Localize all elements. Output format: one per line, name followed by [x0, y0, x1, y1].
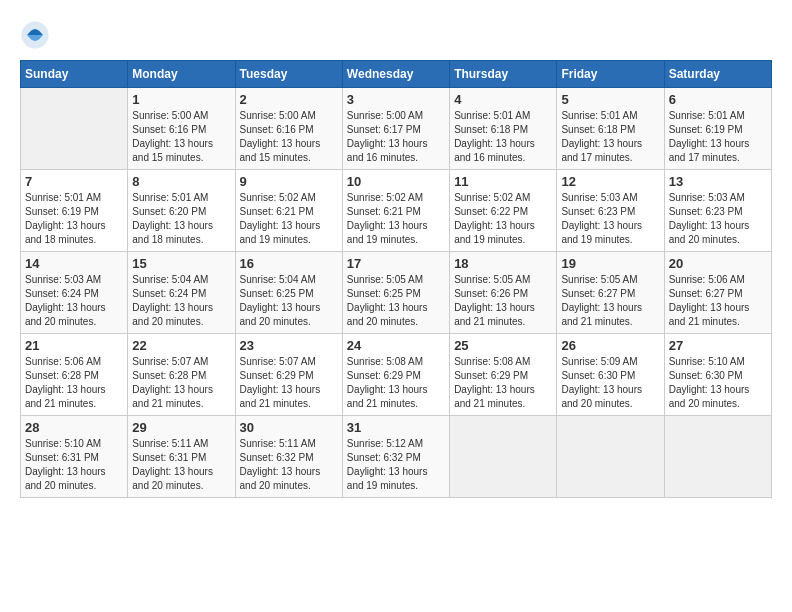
day-info: Sunrise: 5:08 AMSunset: 6:29 PMDaylight:…: [347, 355, 445, 411]
day-number: 5: [561, 92, 659, 107]
day-number: 26: [561, 338, 659, 353]
calendar-cell: 22Sunrise: 5:07 AMSunset: 6:28 PMDayligh…: [128, 334, 235, 416]
day-of-week-header: Friday: [557, 61, 664, 88]
day-info: Sunrise: 5:11 AMSunset: 6:31 PMDaylight:…: [132, 437, 230, 493]
calendar-cell: 11Sunrise: 5:02 AMSunset: 6:22 PMDayligh…: [450, 170, 557, 252]
day-number: 30: [240, 420, 338, 435]
calendar-cell: [664, 416, 771, 498]
day-info: Sunrise: 5:07 AMSunset: 6:28 PMDaylight:…: [132, 355, 230, 411]
day-number: 24: [347, 338, 445, 353]
calendar-cell: 15Sunrise: 5:04 AMSunset: 6:24 PMDayligh…: [128, 252, 235, 334]
day-info: Sunrise: 5:06 AMSunset: 6:28 PMDaylight:…: [25, 355, 123, 411]
calendar-cell: 8Sunrise: 5:01 AMSunset: 6:20 PMDaylight…: [128, 170, 235, 252]
day-number: 22: [132, 338, 230, 353]
logo: [20, 20, 52, 50]
calendar-cell: 20Sunrise: 5:06 AMSunset: 6:27 PMDayligh…: [664, 252, 771, 334]
day-number: 27: [669, 338, 767, 353]
calendar-cell: 17Sunrise: 5:05 AMSunset: 6:25 PMDayligh…: [342, 252, 449, 334]
day-number: 23: [240, 338, 338, 353]
calendar-cell: 25Sunrise: 5:08 AMSunset: 6:29 PMDayligh…: [450, 334, 557, 416]
day-number: 6: [669, 92, 767, 107]
day-info: Sunrise: 5:08 AMSunset: 6:29 PMDaylight:…: [454, 355, 552, 411]
calendar-week-row: 1Sunrise: 5:00 AMSunset: 6:16 PMDaylight…: [21, 88, 772, 170]
day-of-week-header: Sunday: [21, 61, 128, 88]
day-number: 18: [454, 256, 552, 271]
calendar-cell: 6Sunrise: 5:01 AMSunset: 6:19 PMDaylight…: [664, 88, 771, 170]
day-info: Sunrise: 5:10 AMSunset: 6:31 PMDaylight:…: [25, 437, 123, 493]
day-number: 16: [240, 256, 338, 271]
calendar-week-row: 28Sunrise: 5:10 AMSunset: 6:31 PMDayligh…: [21, 416, 772, 498]
day-number: 8: [132, 174, 230, 189]
day-info: Sunrise: 5:05 AMSunset: 6:25 PMDaylight:…: [347, 273, 445, 329]
calendar-cell: 3Sunrise: 5:00 AMSunset: 6:17 PMDaylight…: [342, 88, 449, 170]
day-info: Sunrise: 5:01 AMSunset: 6:20 PMDaylight:…: [132, 191, 230, 247]
day-info: Sunrise: 5:01 AMSunset: 6:18 PMDaylight:…: [561, 109, 659, 165]
day-info: Sunrise: 5:03 AMSunset: 6:23 PMDaylight:…: [561, 191, 659, 247]
day-info: Sunrise: 5:01 AMSunset: 6:18 PMDaylight:…: [454, 109, 552, 165]
calendar-cell: 4Sunrise: 5:01 AMSunset: 6:18 PMDaylight…: [450, 88, 557, 170]
calendar-cell: 28Sunrise: 5:10 AMSunset: 6:31 PMDayligh…: [21, 416, 128, 498]
day-info: Sunrise: 5:03 AMSunset: 6:24 PMDaylight:…: [25, 273, 123, 329]
calendar-cell: 16Sunrise: 5:04 AMSunset: 6:25 PMDayligh…: [235, 252, 342, 334]
day-info: Sunrise: 5:10 AMSunset: 6:30 PMDaylight:…: [669, 355, 767, 411]
calendar-cell: 9Sunrise: 5:02 AMSunset: 6:21 PMDaylight…: [235, 170, 342, 252]
day-number: 2: [240, 92, 338, 107]
day-number: 15: [132, 256, 230, 271]
calendar-cell: 19Sunrise: 5:05 AMSunset: 6:27 PMDayligh…: [557, 252, 664, 334]
day-info: Sunrise: 5:05 AMSunset: 6:26 PMDaylight:…: [454, 273, 552, 329]
day-number: 1: [132, 92, 230, 107]
calendar-table: SundayMondayTuesdayWednesdayThursdayFrid…: [20, 60, 772, 498]
logo-icon: [20, 20, 50, 50]
day-info: Sunrise: 5:04 AMSunset: 6:24 PMDaylight:…: [132, 273, 230, 329]
page-header: [20, 20, 772, 50]
day-info: Sunrise: 5:02 AMSunset: 6:22 PMDaylight:…: [454, 191, 552, 247]
calendar-cell: 7Sunrise: 5:01 AMSunset: 6:19 PMDaylight…: [21, 170, 128, 252]
calendar-cell: 5Sunrise: 5:01 AMSunset: 6:18 PMDaylight…: [557, 88, 664, 170]
calendar-cell: 31Sunrise: 5:12 AMSunset: 6:32 PMDayligh…: [342, 416, 449, 498]
day-of-week-header: Tuesday: [235, 61, 342, 88]
calendar-cell: 26Sunrise: 5:09 AMSunset: 6:30 PMDayligh…: [557, 334, 664, 416]
calendar-cell: 21Sunrise: 5:06 AMSunset: 6:28 PMDayligh…: [21, 334, 128, 416]
day-info: Sunrise: 5:02 AMSunset: 6:21 PMDaylight:…: [240, 191, 338, 247]
day-number: 9: [240, 174, 338, 189]
calendar-cell: [557, 416, 664, 498]
calendar-cell: 12Sunrise: 5:03 AMSunset: 6:23 PMDayligh…: [557, 170, 664, 252]
day-info: Sunrise: 5:02 AMSunset: 6:21 PMDaylight:…: [347, 191, 445, 247]
day-of-week-header: Monday: [128, 61, 235, 88]
day-info: Sunrise: 5:03 AMSunset: 6:23 PMDaylight:…: [669, 191, 767, 247]
day-of-week-header: Saturday: [664, 61, 771, 88]
calendar-cell: 14Sunrise: 5:03 AMSunset: 6:24 PMDayligh…: [21, 252, 128, 334]
day-number: 4: [454, 92, 552, 107]
day-info: Sunrise: 5:05 AMSunset: 6:27 PMDaylight:…: [561, 273, 659, 329]
calendar-cell: 18Sunrise: 5:05 AMSunset: 6:26 PMDayligh…: [450, 252, 557, 334]
day-number: 21: [25, 338, 123, 353]
day-info: Sunrise: 5:12 AMSunset: 6:32 PMDaylight:…: [347, 437, 445, 493]
day-info: Sunrise: 5:00 AMSunset: 6:16 PMDaylight:…: [132, 109, 230, 165]
day-number: 25: [454, 338, 552, 353]
day-of-week-header: Thursday: [450, 61, 557, 88]
calendar-week-row: 7Sunrise: 5:01 AMSunset: 6:19 PMDaylight…: [21, 170, 772, 252]
day-info: Sunrise: 5:11 AMSunset: 6:32 PMDaylight:…: [240, 437, 338, 493]
calendar-cell: 23Sunrise: 5:07 AMSunset: 6:29 PMDayligh…: [235, 334, 342, 416]
calendar-cell: 24Sunrise: 5:08 AMSunset: 6:29 PMDayligh…: [342, 334, 449, 416]
day-info: Sunrise: 5:01 AMSunset: 6:19 PMDaylight:…: [669, 109, 767, 165]
day-info: Sunrise: 5:00 AMSunset: 6:17 PMDaylight:…: [347, 109, 445, 165]
calendar-cell: 2Sunrise: 5:00 AMSunset: 6:16 PMDaylight…: [235, 88, 342, 170]
calendar-cell: 10Sunrise: 5:02 AMSunset: 6:21 PMDayligh…: [342, 170, 449, 252]
calendar-week-row: 14Sunrise: 5:03 AMSunset: 6:24 PMDayligh…: [21, 252, 772, 334]
calendar-cell: 30Sunrise: 5:11 AMSunset: 6:32 PMDayligh…: [235, 416, 342, 498]
day-number: 29: [132, 420, 230, 435]
day-of-week-header: Wednesday: [342, 61, 449, 88]
calendar-cell: [450, 416, 557, 498]
day-number: 17: [347, 256, 445, 271]
day-info: Sunrise: 5:09 AMSunset: 6:30 PMDaylight:…: [561, 355, 659, 411]
day-info: Sunrise: 5:07 AMSunset: 6:29 PMDaylight:…: [240, 355, 338, 411]
day-number: 14: [25, 256, 123, 271]
calendar-cell: 13Sunrise: 5:03 AMSunset: 6:23 PMDayligh…: [664, 170, 771, 252]
day-number: 13: [669, 174, 767, 189]
day-info: Sunrise: 5:00 AMSunset: 6:16 PMDaylight:…: [240, 109, 338, 165]
day-number: 12: [561, 174, 659, 189]
day-number: 28: [25, 420, 123, 435]
calendar-cell: 29Sunrise: 5:11 AMSunset: 6:31 PMDayligh…: [128, 416, 235, 498]
day-number: 11: [454, 174, 552, 189]
